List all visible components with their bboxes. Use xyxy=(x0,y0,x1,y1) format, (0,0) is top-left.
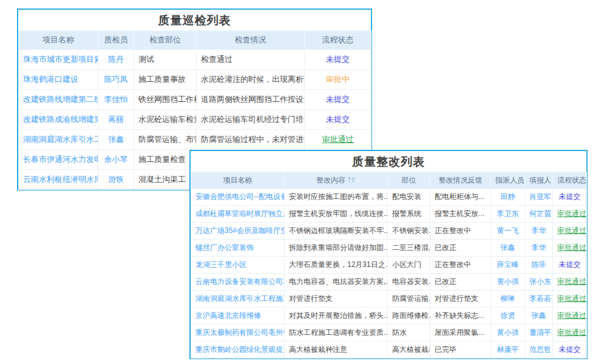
cell-text: 混凝土沟渠工 xyxy=(138,175,186,184)
project-link[interactable]: 螺丝厂办公室装饰 xyxy=(195,243,254,252)
person-link[interactable]: 李若若 xyxy=(529,294,551,303)
person-link[interactable]: 田静 xyxy=(501,192,515,201)
person-link[interactable]: 范思哲 xyxy=(529,345,551,354)
status-badge[interactable]: 未提交 xyxy=(559,260,581,269)
person-link[interactable]: 何芷茵 xyxy=(529,209,551,218)
project-link[interactable]: 改建铁路线增建第二线... xyxy=(23,95,98,104)
person-link[interactable]: 游恢 xyxy=(108,175,124,184)
person-link[interactable]: 肖亚军 xyxy=(529,192,551,201)
column-header-feedback: 整改情况反馈 xyxy=(430,172,491,189)
table-cell: 黄小强 xyxy=(491,325,525,342)
table-cell: 审批通过 xyxy=(553,308,587,325)
cell-text: 配电安装 xyxy=(392,192,421,201)
status-badge[interactable]: 审批通过 xyxy=(557,209,586,218)
table-cell: 云南水利枢纽潜明水库... xyxy=(19,170,98,190)
project-link[interactable]: 湖南洞庭湖水库引水工程施工标 xyxy=(195,294,285,303)
project-link[interactable]: 珠海鹤港口建设 xyxy=(23,75,78,84)
table-cell: 防腐管运输过程中，未对管进行... xyxy=(197,130,305,150)
project-link[interactable]: 安徽合肥供电公司--配电设备... xyxy=(195,192,285,201)
status-badge[interactable]: 未提交 xyxy=(326,95,350,104)
status-badge[interactable]: 审批通过 xyxy=(557,226,586,235)
project-link[interactable]: 湖南洞庭湖水库引水工... xyxy=(23,135,98,144)
table-cell: 万达广场35#会所及咖啡厅空... xyxy=(191,223,285,240)
table-cell: 审批通过 xyxy=(553,223,587,240)
table-cell: 珠海市城市更新项目紫... xyxy=(19,50,98,70)
cell-text: 屋面采用聚氯... xyxy=(435,328,484,337)
status-badge[interactable]: 审批通过 xyxy=(557,294,586,303)
person-link[interactable]: 李华 xyxy=(532,226,546,235)
table-cell: 成都杜甫草堂临时展厅独立展... xyxy=(191,206,285,223)
column-header-rectify-content[interactable]: 整改内容 xyxy=(285,172,388,189)
column-header-label: 部位 xyxy=(402,176,416,184)
status-badge[interactable]: 审批通过 xyxy=(557,277,586,286)
table-cell: 云南电力设备安装有限公司20... xyxy=(191,274,285,291)
status-badge[interactable]: 未提交 xyxy=(559,345,581,354)
person-link[interactable]: 李卫东 xyxy=(497,209,519,218)
cell-text: 防水工程施工选调有专业资质... xyxy=(289,328,388,337)
status-badge[interactable]: 未提交 xyxy=(326,115,350,124)
cell-text: 报警主机安放... xyxy=(435,209,484,218)
project-link[interactable]: 重庆太极制药有限公司亳州中... xyxy=(195,328,285,337)
person-link[interactable]: 薛宝峰 xyxy=(497,260,519,269)
status-badge[interactable]: 未提交 xyxy=(559,192,581,201)
person-link[interactable]: 张鑫 xyxy=(108,135,124,144)
project-link[interactable]: 重庆市鹅岭公园绿化景观提升... xyxy=(195,345,285,354)
status-badge[interactable]: 未提交 xyxy=(326,55,350,64)
cell-text: 电容器安装... xyxy=(392,277,430,286)
cell-text: 拆除到承重墙部分请做好加固... xyxy=(289,243,388,252)
sort-icon[interactable] xyxy=(348,177,356,185)
status-badge[interactable]: 审批通过 xyxy=(557,311,586,320)
table-row: 万达广场35#会所及咖啡厅空...不锈钢边框玻璃隔断安装不牢...不锈钢安装..… xyxy=(191,223,587,240)
person-link[interactable]: 张鑫 xyxy=(532,311,546,320)
person-link[interactable]: 李佳怡 xyxy=(104,95,128,104)
table-cell: 审批中 xyxy=(305,70,371,90)
table-cell: 正在整改中 xyxy=(430,257,491,274)
column-header-label: 整改内容 xyxy=(316,176,345,184)
project-link[interactable]: 珠海市城市更新项目紫... xyxy=(23,55,98,64)
person-link[interactable]: 李华 xyxy=(532,243,546,252)
project-link[interactable]: 长春市伊通河水力发电... xyxy=(23,155,98,164)
status-badge[interactable]: 审批通过 xyxy=(322,135,354,144)
person-link[interactable]: 黄一飞 xyxy=(497,226,519,235)
project-link[interactable]: 云南水利枢纽潜明水库... xyxy=(23,175,98,184)
table-cell: 水泥砼运输车检查 xyxy=(134,110,197,130)
person-link[interactable]: 黄小强 xyxy=(497,277,519,286)
cell-text: 防腐管运输、布管 xyxy=(138,135,197,144)
person-link[interactable]: 徐贤 xyxy=(501,311,515,320)
table-cell: 防腐管运输、布管 xyxy=(134,130,197,150)
person-link[interactable]: 董清平 xyxy=(529,328,551,337)
table-cell: 审批通过 xyxy=(553,325,587,342)
person-link[interactable]: 林康平 xyxy=(497,345,519,354)
cell-text: 铁丝网围挡工作检查 xyxy=(138,95,197,104)
project-link[interactable]: 成都杜甫草堂临时展厅独立展... xyxy=(195,209,285,218)
column-header-process-status: 流程状态 xyxy=(305,31,371,50)
person-link[interactable]: 蒋丽 xyxy=(108,115,124,124)
column-header-inspector: 质检员 xyxy=(98,31,134,50)
table-cell: 屋面采用聚氯... xyxy=(430,325,491,342)
person-link[interactable]: 柳琳 xyxy=(501,294,515,303)
table-cell: 已完毕 xyxy=(430,342,491,359)
table-cell: 徐贤 xyxy=(491,308,525,325)
person-link[interactable]: 余小琴 xyxy=(104,155,128,164)
cell-text: 已改正 xyxy=(435,243,456,252)
table-cell: 道路两侧铁丝网围挡工作按设计... xyxy=(197,90,305,110)
status-badge[interactable]: 审批中 xyxy=(326,75,350,84)
table-cell: 蒋丽 xyxy=(98,110,134,130)
project-link[interactable]: 京沪高速北京段维修 xyxy=(195,311,261,320)
project-link[interactable]: 云南电力设备安装有限公司20... xyxy=(195,277,285,286)
status-badge[interactable]: 审批通过 xyxy=(557,328,586,337)
person-link[interactable]: 张鑫 xyxy=(501,243,515,252)
project-link[interactable]: 龙湖三千里小区 xyxy=(195,260,246,269)
person-link[interactable]: 陈丹 xyxy=(108,55,124,64)
table-row: 京沪高速北京段维修对其及时开展整治措施，桥头...路面维修检...补齐缺失标志.… xyxy=(191,308,587,325)
person-link[interactable]: 陈巧凤 xyxy=(104,75,128,84)
person-link[interactable]: 黄小强 xyxy=(497,328,519,337)
cell-text: 报警主机安放牢固，线缆连接... xyxy=(289,209,388,218)
table-cell: 李华 xyxy=(525,223,553,240)
person-link[interactable]: 陈菲 xyxy=(532,260,546,269)
project-link[interactable]: 改建铁路成渝线增建第... xyxy=(23,115,98,124)
status-badge[interactable]: 审批通过 xyxy=(557,243,586,252)
project-link[interactable]: 万达广场35#会所及咖啡厅空... xyxy=(195,226,285,235)
table-cell: 李若若 xyxy=(525,291,553,308)
person-link[interactable]: 张小东 xyxy=(529,277,551,286)
